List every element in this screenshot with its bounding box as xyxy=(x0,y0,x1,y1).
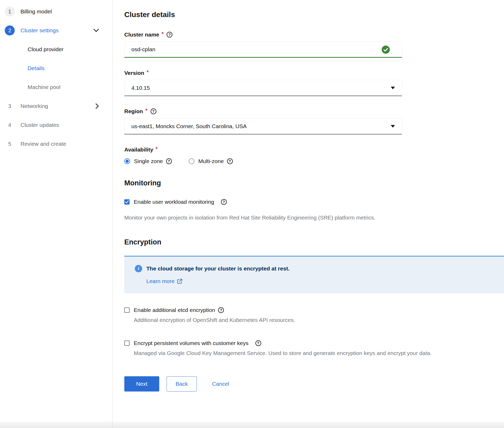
availability-radio-group: Single zone ? Multi-zone ? xyxy=(124,158,504,164)
nav-substep-machine-pool[interactable]: Machine pool xyxy=(0,78,112,97)
wizard-footer: Next Back Cancel xyxy=(124,376,504,392)
nav-step-review-and-create[interactable]: 5 Review and create xyxy=(0,134,112,153)
nav-substep-label: Machine pool xyxy=(28,84,60,90)
radio-unselected-icon xyxy=(189,158,194,164)
external-link-icon xyxy=(177,279,182,284)
required-asterisk: * xyxy=(147,69,148,75)
nav-step-label: Cluster settings xyxy=(20,27,59,34)
cluster-name-label: Cluster name * ? xyxy=(124,32,504,38)
cluster-name-field xyxy=(124,41,402,58)
multi-zone-help-icon[interactable]: ? xyxy=(227,158,233,164)
version-label: Version * xyxy=(124,70,504,76)
sidebar-divider xyxy=(112,0,112,428)
chevron-right-icon xyxy=(95,103,99,109)
version-select[interactable]: 4.10.15 xyxy=(124,80,402,96)
pv-encryption-description: Managed via Google Cloud Key Management … xyxy=(134,350,504,356)
radio-label: Single zone xyxy=(134,158,163,164)
info-alert: i The cloud storage for your cluster is … xyxy=(124,256,504,293)
field-label-text: Region xyxy=(124,108,143,114)
radio-single-zone[interactable]: Single zone ? xyxy=(124,158,172,164)
nav-substep-label: Details xyxy=(28,65,44,71)
nav-step-label: Cluster updates xyxy=(20,122,59,128)
step-number-badge: 5 xyxy=(5,139,15,149)
learn-more-link[interactable]: Learn more xyxy=(146,278,182,284)
etcd-encryption-description: Additional encryption of OpenShift and K… xyxy=(134,317,504,323)
workload-monitoring-label: Enable user workload monitoring xyxy=(134,199,214,205)
pv-encryption-row: Encrypt persistent volumes with customer… xyxy=(124,340,504,346)
nav-substep-cloud-provider[interactable]: Cloud provider xyxy=(0,40,112,59)
pv-encryption-help-icon[interactable]: ? xyxy=(255,340,261,346)
step-number-badge: 4 xyxy=(5,120,15,130)
caret-down-icon xyxy=(391,87,395,89)
caret-down-icon xyxy=(391,125,395,128)
workload-monitoring-help-icon[interactable]: ? xyxy=(221,199,227,205)
valid-check-icon xyxy=(382,45,390,55)
etcd-encryption-checkbox[interactable] xyxy=(124,307,130,313)
etcd-encryption-help-icon[interactable]: ? xyxy=(218,307,224,313)
region-select[interactable]: us-east1, Moncks Corner, South Carolina,… xyxy=(124,118,402,134)
alert-title: The cloud storage for your cluster is en… xyxy=(146,265,290,272)
nav-step-label: Review and create xyxy=(20,141,66,147)
required-asterisk: * xyxy=(162,31,163,37)
workload-monitoring-row: Enable user workload monitoring ? xyxy=(124,199,504,205)
learn-more-label: Learn more xyxy=(146,278,174,284)
field-label-text: Availability xyxy=(124,147,153,153)
nav-step-cluster-updates[interactable]: 4 Cluster updates xyxy=(0,116,112,134)
cancel-button[interactable]: Cancel xyxy=(212,381,229,387)
required-asterisk: * xyxy=(156,146,157,152)
step-number-badge: 2 xyxy=(5,25,15,35)
nav-step-networking[interactable]: 3 Networking xyxy=(0,97,112,116)
workload-monitoring-checkbox[interactable] xyxy=(124,199,130,205)
version-select-value: 4.10.15 xyxy=(131,85,150,91)
nav-step-label: Networking xyxy=(20,103,48,109)
pv-encryption-label: Encrypt persistent volumes with customer… xyxy=(134,340,249,346)
nav-step-cluster-settings[interactable]: 2 Cluster settings xyxy=(0,21,112,40)
radio-label: Multi-zone xyxy=(198,158,224,164)
field-label-text: Cluster name xyxy=(124,32,159,38)
cluster-name-help-icon[interactable]: ? xyxy=(167,32,172,38)
cluster-name-input[interactable] xyxy=(124,41,402,58)
page-title: Cluster details xyxy=(124,11,504,19)
nav-substep-label: Cloud provider xyxy=(28,46,64,53)
back-button[interactable]: Back xyxy=(167,376,197,392)
encryption-heading: Encryption xyxy=(124,238,504,246)
nav-step-label: Billing model xyxy=(20,8,52,15)
radio-selected-icon xyxy=(124,158,130,164)
pv-encryption-checkbox[interactable] xyxy=(124,341,130,346)
monitoring-description: Monitor your own projects in isolation f… xyxy=(124,215,504,221)
wizard-nav: 1 Billing model 2 Cluster settings Cloud… xyxy=(0,0,112,428)
footer-strip xyxy=(0,422,504,428)
nav-substep-details[interactable]: Details xyxy=(0,59,112,78)
etcd-encryption-label: Enable additional etcd encryption xyxy=(134,307,215,313)
single-zone-help-icon[interactable]: ? xyxy=(166,158,172,164)
nav-step-billing-model[interactable]: 1 Billing model xyxy=(0,2,112,21)
region-label: Region * ? xyxy=(124,108,504,114)
etcd-encryption-row: Enable additional etcd encryption ? xyxy=(124,307,504,313)
step-number-badge: 3 xyxy=(5,101,15,111)
field-label-text: Version xyxy=(124,70,144,76)
wizard-page: 1 Billing model 2 Cluster settings Cloud… xyxy=(0,0,504,428)
availability-label: Availability * xyxy=(124,147,504,153)
cluster-details-form: Cluster details Cluster name * ? Version… xyxy=(112,0,504,428)
monitoring-heading: Monitoring xyxy=(124,179,504,187)
radio-multi-zone[interactable]: Multi-zone ? xyxy=(189,158,233,164)
chevron-down-icon xyxy=(93,29,99,32)
next-button[interactable]: Next xyxy=(124,376,159,392)
info-icon: i xyxy=(135,265,142,272)
region-select-value: us-east1, Moncks Corner, South Carolina,… xyxy=(131,123,247,129)
region-help-icon[interactable]: ? xyxy=(151,108,156,114)
required-asterisk: * xyxy=(145,108,147,113)
step-number-badge: 1 xyxy=(5,7,15,17)
